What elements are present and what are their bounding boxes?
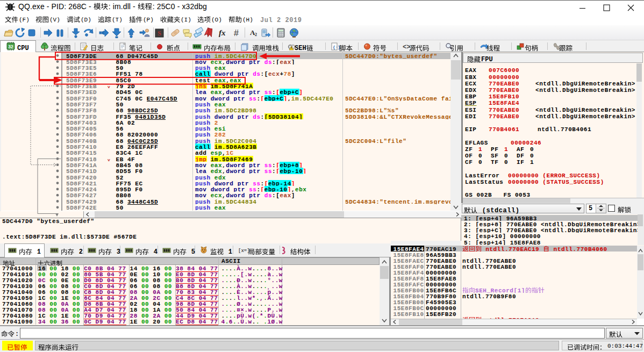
svg-text:2: 2 [255,32,257,37]
svg-text:S: S [158,30,161,37]
svg-text:fx: fx [219,28,226,37]
svg-text:#: # [234,28,239,38]
